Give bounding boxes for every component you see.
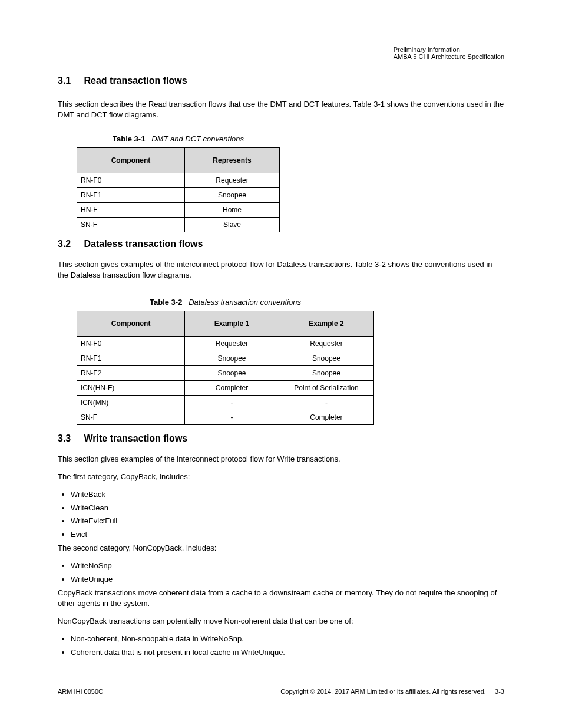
table-2-title: Dataless transaction conventions <box>189 298 301 307</box>
cell: RN-F1 <box>77 188 185 203</box>
cell: Home <box>184 203 279 218</box>
section-3-2-heading: 3.2 Dataless transaction flows <box>58 239 203 249</box>
cell: Slave <box>184 218 279 232</box>
cell: Requester <box>279 337 373 351</box>
paragraph: The second category, NonCopyBack, includ… <box>58 543 504 554</box>
cell: - <box>185 396 279 410</box>
table-row: RN-F1 Snoopee <box>77 188 280 203</box>
cell: Requester <box>185 337 279 351</box>
table-1-header-0: Component <box>77 148 185 173</box>
footer-right: Copyright © 2014, 2017 ARM Limited or it… <box>280 688 504 695</box>
table-row: ICN(MN) - - <box>77 396 374 410</box>
list-item: Coherent data that is not present in loc… <box>71 647 504 658</box>
cell: Point of Serialization <box>279 381 373 396</box>
cell: ICN(HN-F) <box>77 381 185 396</box>
cell: - <box>185 410 279 425</box>
cell: SN-F <box>77 410 185 425</box>
header-line-1: Preliminary Information <box>394 46 504 53</box>
bullet-list: Non-coherent, Non-snoopable data in Writ… <box>71 634 504 658</box>
cell: RN-F1 <box>77 351 185 366</box>
section-title: Dataless transaction flows <box>84 239 203 249</box>
table-1-header-1: Represents <box>184 148 279 173</box>
section-number: 3.2 <box>58 239 71 249</box>
table-1-label: Table 3-1 <box>113 134 145 143</box>
section-3-3-heading: 3.3 Write transaction flows <box>58 433 187 444</box>
section-title: Read transaction flows <box>84 75 187 85</box>
footer-copyright: Copyright © 2014, 2017 ARM Limited or it… <box>280 688 485 695</box>
list-item: Evict <box>71 529 504 541</box>
section-3-2-intro: This section gives examples of the inter… <box>58 259 504 280</box>
table-row: RN-F0 Requester <box>77 173 280 188</box>
cell: Snoopee <box>279 351 373 366</box>
paragraph: This section gives examples of the inter… <box>58 454 504 465</box>
table-row: SN-F Slave <box>77 218 280 232</box>
list-item: WriteEvictFull <box>71 516 504 527</box>
bullet-list: WriteBack WriteClean WriteEvictFull Evic… <box>71 489 504 541</box>
table-2-header-0: Component <box>77 311 185 337</box>
list-item: WriteUnique <box>71 574 504 585</box>
cell: SN-F <box>77 218 185 232</box>
cell: Completer <box>185 381 279 396</box>
table-2-header-1: Example 1 <box>185 311 279 337</box>
table-header-row: Component Example 1 Example 2 <box>77 311 374 337</box>
section-3-1-heading: 3.1 Read transaction flows <box>58 75 187 86</box>
cell: RN-F2 <box>77 366 185 381</box>
table-row: SN-F - Completer <box>77 410 374 425</box>
table-1: Component Represents RN-F0 Requester RN-… <box>77 147 280 232</box>
table-1-title: DMT and DCT conventions <box>151 134 244 143</box>
section-title: Write transaction flows <box>84 433 187 443</box>
paragraph: CopyBack transactions move coherent data… <box>58 588 504 610</box>
table-2-header-2: Example 2 <box>279 311 373 337</box>
footer-left: ARM IHI 0050C <box>58 688 103 695</box>
list-item: WriteClean <box>71 503 504 514</box>
cell: Snoopee <box>185 366 279 381</box>
table-row: RN-F2 Snoopee Snoopee <box>77 366 374 381</box>
paragraph: NonCopyBack transactions can potentially… <box>58 616 504 627</box>
section-number: 3.1 <box>58 75 71 85</box>
paragraph: The first category, CopyBack, includes: <box>58 472 504 483</box>
cell: RN-F0 <box>77 337 185 351</box>
document-page: { "header": { "line1": "Preliminary Info… <box>0 0 562 728</box>
cell: Snoopee <box>279 366 373 381</box>
cell: Snoopee <box>184 188 279 203</box>
list-item: WriteNoSnp <box>71 561 504 572</box>
cell: ICN(MN) <box>77 396 185 410</box>
table-row: RN-F1 Snoopee Snoopee <box>77 351 374 366</box>
table-header-row: Component Represents <box>77 148 280 173</box>
table-2-label: Table 3-2 <box>150 298 182 307</box>
section-3-1-intro: This section describes the Read transact… <box>58 99 504 120</box>
cell: RN-F0 <box>77 173 185 188</box>
table-2: Component Example 1 Example 2 RN-F0 Requ… <box>77 311 374 425</box>
table-2-caption: Table 3-2 Dataless transaction conventio… <box>77 298 374 307</box>
list-item: Non-coherent, Non-snoopable data in Writ… <box>71 634 504 645</box>
cell: - <box>279 396 373 410</box>
cell: Completer <box>279 410 373 425</box>
section-number: 3.3 <box>58 433 71 443</box>
cell: Requester <box>184 173 279 188</box>
table-row: HN-F Home <box>77 203 280 218</box>
table-row: RN-F0 Requester Requester <box>77 337 374 351</box>
cell: Snoopee <box>185 351 279 366</box>
table-row: ICN(HN-F) Completer Point of Serializati… <box>77 381 374 396</box>
running-header: Preliminary Information AMBA 5 CHI Archi… <box>394 46 504 60</box>
cell: HN-F <box>77 203 185 218</box>
page-footer: ARM IHI 0050C Copyright © 2014, 2017 ARM… <box>58 688 504 695</box>
section-3-3-body: This section gives examples of the inter… <box>58 454 504 661</box>
page-number: 3-3 <box>495 688 504 695</box>
table-1-caption: Table 3-1 DMT and DCT conventions <box>77 134 280 143</box>
bullet-list: WriteNoSnp WriteUnique <box>71 561 504 585</box>
header-line-2: AMBA 5 CHI Architecture Specification <box>394 53 504 60</box>
list-item: WriteBack <box>71 489 504 500</box>
